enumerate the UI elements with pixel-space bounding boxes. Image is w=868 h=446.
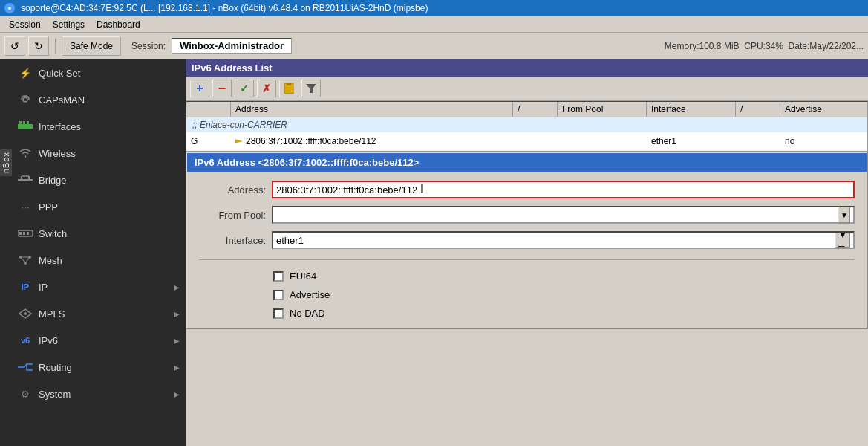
- advertise-checkbox-row: Advertise: [199, 289, 855, 300]
- sidebar-item-system[interactable]: ⚙ System ▶: [0, 381, 186, 407]
- from-pool-field-row: From Pool: ▼: [199, 206, 855, 224]
- main-layout: nBox ⚡ Quick Set CAPsMAN Interfaces Wire…: [0, 59, 868, 446]
- col-header-from-pool: From Pool: [558, 102, 647, 117]
- sidebar-label-mesh: Mesh: [39, 255, 180, 266]
- wireless-icon: [18, 146, 33, 161]
- eui64-checkbox[interactable]: [273, 271, 284, 282]
- menu-session[interactable]: Session: [3, 18, 47, 31]
- svg-line-17: [21, 257, 25, 263]
- svg-rect-3: [23, 121, 25, 124]
- content-area: IPv6 Address List + − ✓ ✗ Address /: [186, 59, 868, 446]
- ip-arrow-icon: ▶: [174, 283, 180, 291]
- svg-rect-4: [27, 121, 29, 124]
- sidebar-label-routing: Routing: [39, 362, 168, 373]
- nbox-label: nBox: [0, 149, 12, 176]
- sidebar-label-ip: IP: [39, 282, 168, 293]
- svg-line-18: [25, 257, 30, 263]
- cancel-button[interactable]: ✗: [257, 80, 276, 97]
- ipv6-arrow-icon: ▶: [174, 337, 180, 345]
- system-arrow-icon: ▶: [174, 390, 180, 398]
- system-icon: ⚙: [18, 387, 33, 401]
- interface-browse-btn[interactable]: ▼═: [835, 233, 850, 248]
- menu-bar: Session Settings Dashboard: [0, 16, 868, 33]
- svg-rect-22: [287, 83, 291, 85]
- paste-button[interactable]: [279, 80, 298, 97]
- safemode-button[interactable]: Safe Mode: [62, 36, 121, 56]
- redo-button[interactable]: ↻: [28, 36, 49, 56]
- sidebar-label-interfaces: Interfaces: [39, 121, 180, 132]
- app-icon: ●: [4, 3, 15, 13]
- sidebar-item-routing[interactable]: Routing ▶: [0, 354, 186, 381]
- col-header-sep2: /: [736, 102, 780, 117]
- toolbar-separator: [55, 39, 56, 54]
- nodad-label: No DAD: [290, 308, 325, 319]
- ipv6-table: Address / From Pool Interface / Advertis…: [186, 101, 868, 152]
- nodad-checkbox[interactable]: [273, 308, 284, 319]
- svg-point-20: [24, 312, 27, 315]
- sidebar-label-wireless: Wireless: [39, 148, 180, 159]
- title-bar: ● soporte@C4:AD:34:7E:92:5C (L... [192.1…: [0, 0, 868, 16]
- sidebar-item-ip[interactable]: IP IP ▶: [0, 274, 186, 300]
- menu-dashboard[interactable]: Dashboard: [91, 18, 146, 31]
- cell-advertise: no: [780, 135, 868, 148]
- address-label: Address:: [199, 184, 266, 195]
- ppp-icon: ···: [18, 199, 33, 214]
- menu-settings[interactable]: Settings: [47, 18, 91, 31]
- remove-button[interactable]: −: [212, 80, 232, 97]
- interface-label: Interface:: [199, 235, 266, 246]
- session-label: Session:: [131, 41, 166, 51]
- cell-flag: G: [186, 135, 231, 148]
- detail-header: IPv6 Address <2806:3f7:1002::ffff:f0ca:b…: [187, 153, 867, 172]
- svg-rect-12: [27, 232, 29, 235]
- switch-icon: [18, 226, 33, 241]
- table-row-comment[interactable]: ;; Enlace-con-CARRIER: [186, 117, 867, 132]
- cell-sep2: [736, 140, 780, 143]
- address-input[interactable]: 2806:3f7:1002::ffff:f0ca:bebe/112 I: [272, 181, 855, 198]
- sidebar-label-mpls: MPLS: [39, 308, 168, 320]
- mesh-icon: [18, 253, 33, 268]
- bridge-icon: [18, 172, 33, 187]
- svg-rect-2: [19, 121, 22, 124]
- interface-input[interactable]: ether1 ▼═: [272, 231, 855, 249]
- svg-rect-11: [23, 232, 25, 235]
- sidebar-item-ppp[interactable]: ··· PPP: [0, 193, 186, 220]
- col-header-address: Address: [231, 102, 513, 117]
- filter-button[interactable]: [301, 80, 321, 97]
- separator: [199, 259, 855, 260]
- col-header-advertise: Advertise: [780, 102, 868, 117]
- sidebar-item-wireless[interactable]: Wireless: [0, 140, 186, 167]
- sidebar-label-quickset: Quick Set: [39, 68, 180, 79]
- advertise-checkbox[interactable]: [273, 290, 284, 300]
- quickset-icon: ⚡: [18, 65, 33, 80]
- sidebar-item-bridge[interactable]: Bridge: [0, 167, 186, 193]
- sidebar-item-mesh[interactable]: Mesh: [0, 247, 186, 274]
- sidebar-item-capsman[interactable]: CAPsMAN: [0, 86, 186, 113]
- panel-header: IPv6 Address List: [186, 59, 868, 77]
- from-pool-label: From Pool:: [199, 210, 266, 221]
- sidebar-item-quickset[interactable]: ⚡ Quick Set: [0, 59, 186, 86]
- table-row[interactable]: G 2806:3f7:1002::ffff:f0ca:bebe/112 ethe…: [186, 132, 867, 151]
- sidebar-label-bridge: Bridge: [39, 175, 180, 186]
- from-pool-dropdown[interactable]: ▼: [272, 206, 855, 224]
- sidebar-label-capsman: CAPsMAN: [39, 94, 180, 106]
- apply-button[interactable]: ✓: [235, 80, 254, 97]
- session-value: Winbox-Administrador: [172, 38, 292, 54]
- interfaces-icon: [18, 119, 33, 134]
- table-header: Address / From Pool Interface / Advertis…: [186, 102, 867, 117]
- cell-address: 2806:3f7:1002::ffff:f0ca:bebe/112: [231, 135, 513, 148]
- add-button[interactable]: +: [190, 80, 209, 97]
- sidebar-label-ipv6: IPv6: [39, 335, 168, 346]
- address-field-row: Address: 2806:3f7:1002::ffff:f0ca:bebe/1…: [199, 181, 855, 198]
- cell-interface: ether1: [647, 135, 736, 148]
- col-header-interface: Interface: [647, 102, 736, 117]
- status-memory: Memory:100.8 MiB CPU:34% Date:May/22/202…: [665, 41, 864, 51]
- sidebar-label-system: System: [39, 389, 168, 400]
- sidebar-item-ipv6[interactable]: v6 IPv6 ▶: [0, 327, 186, 354]
- sidebar-item-switch[interactable]: Switch: [0, 220, 186, 247]
- sidebar-item-interfaces[interactable]: Interfaces: [0, 113, 186, 140]
- dropdown-arrow-icon[interactable]: ▼: [838, 207, 850, 223]
- row-arrow-icon: [235, 138, 243, 145]
- undo-button[interactable]: ↺: [4, 36, 25, 56]
- eui64-checkbox-row: EUI64: [199, 271, 855, 282]
- sidebar-item-mpls[interactable]: MPLS ▶: [0, 300, 186, 327]
